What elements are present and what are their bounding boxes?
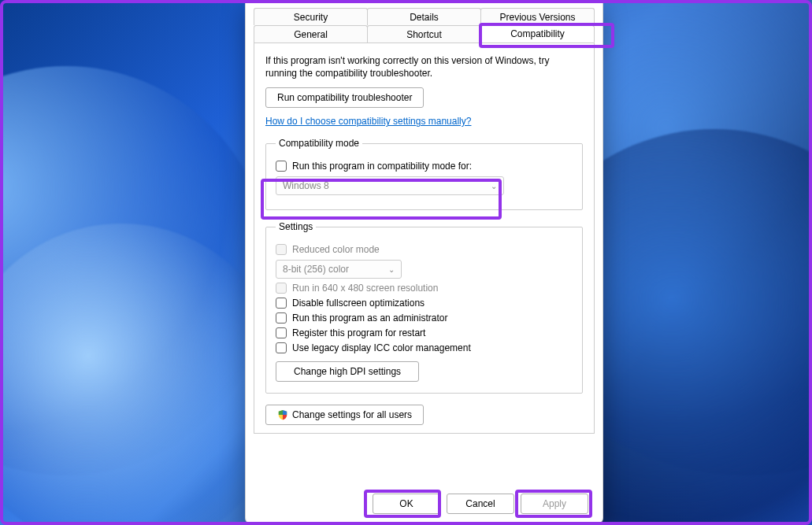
run-as-admin-label: Run this program as an administrator — [292, 312, 447, 324]
register-restart-checkbox[interactable] — [276, 327, 287, 338]
chevron-down-icon: ⌄ — [388, 265, 395, 274]
reduced-color-checkbox — [276, 244, 287, 255]
compat-os-select[interactable]: Windows 8 ⌄ — [276, 176, 504, 195]
settings-legend: Settings — [276, 221, 316, 232]
apply-button[interactable]: Apply — [521, 494, 588, 514]
legacy-icc-checkbox[interactable] — [276, 342, 287, 353]
change-dpi-button[interactable]: Change high DPI settings — [276, 361, 419, 382]
compatibility-mode-group: Compatibility mode Run this program in c… — [265, 138, 583, 210]
tab-content: If this program isn't working correctly … — [254, 43, 595, 434]
register-restart-label: Register this program for restart — [292, 327, 425, 338]
cancel-button[interactable]: Cancel — [447, 494, 514, 514]
disable-fullscreen-label: Disable fullscreen optimizations — [292, 298, 425, 309]
run-troubleshooter-button[interactable]: Run compatibility troubleshooter — [265, 87, 424, 108]
change-all-users-label: Change settings for all users — [292, 409, 412, 420]
tab-compatibility[interactable]: Compatibility — [480, 25, 595, 43]
tab-previous-versions[interactable]: Previous Versions — [480, 8, 595, 25]
tab-strip: Security Details Previous Versions Gener… — [254, 8, 595, 43]
uac-shield-icon — [277, 409, 288, 420]
intro-text: If this program isn't working correctly … — [265, 54, 583, 79]
compat-legend: Compatibility mode — [276, 138, 362, 149]
compat-mode-label: Run this program in compatibility mode f… — [292, 161, 472, 172]
color-depth-value: 8-bit (256) color — [283, 264, 349, 275]
compat-mode-checkbox[interactable] — [276, 161, 287, 172]
run-640x480-label: Run in 640 x 480 screen resolution — [292, 283, 438, 294]
settings-group: Settings Reduced color mode 8-bit (256) … — [265, 221, 583, 394]
properties-dialog: Security Details Previous Versions Gener… — [245, 3, 603, 524]
color-depth-select: 8-bit (256) color ⌄ — [276, 260, 402, 279]
compat-os-value: Windows 8 — [283, 180, 329, 191]
disable-fullscreen-checkbox[interactable] — [276, 298, 287, 309]
reduced-color-label: Reduced color mode — [292, 244, 380, 255]
run-as-admin-checkbox[interactable] — [276, 312, 287, 324]
change-all-users-button[interactable]: Change settings for all users — [265, 405, 424, 425]
tab-details[interactable]: Details — [367, 8, 481, 25]
tab-general[interactable]: General — [254, 25, 368, 43]
legacy-icc-label: Use legacy display ICC color management — [292, 342, 471, 353]
dialog-footer: OK Cancel Apply — [373, 494, 588, 514]
help-link[interactable]: How do I choose compatibility settings m… — [265, 116, 471, 127]
tab-security[interactable]: Security — [254, 8, 368, 25]
ok-button[interactable]: OK — [373, 494, 440, 514]
run-640x480-checkbox — [276, 283, 287, 294]
tab-shortcut[interactable]: Shortcut — [367, 25, 481, 43]
chevron-down-icon: ⌄ — [491, 182, 497, 190]
